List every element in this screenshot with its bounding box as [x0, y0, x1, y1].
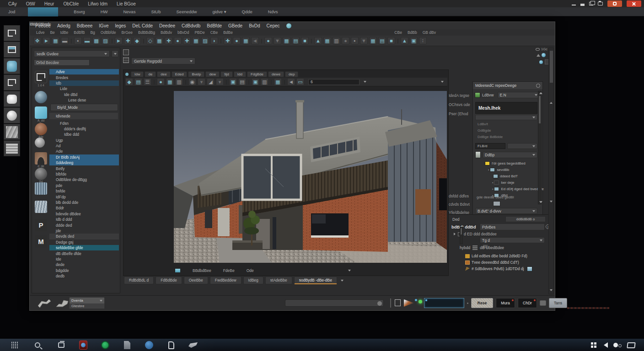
os-menu-item[interactable]: Lifwo Idm	[88, 1, 107, 6]
os-menu-item[interactable]: CAy	[8, 1, 17, 6]
material-thumb[interactable]	[35, 91, 47, 103]
matches-label[interactable]: FdeBe	[223, 268, 235, 273]
os-tab[interactable]: Nevas	[123, 9, 135, 14]
viewport-tool-icon[interactable]: |	[184, 78, 187, 85]
tree-row[interactable]: ddde ded	[49, 222, 119, 228]
os-tab[interactable]: StUb	[151, 9, 161, 14]
render-button[interactable]: ChDr	[518, 298, 537, 308]
material-thumb[interactable]: P	[35, 219, 47, 231]
app-menu-item[interactable]: IGve	[99, 23, 108, 28]
chevron-down-icon[interactable]	[341, 280, 343, 282]
toolbar-icon[interactable]: ✚	[183, 37, 191, 44]
viewport-tool-icon[interactable]: ☰	[144, 78, 151, 85]
taskbar-app[interactable]	[145, 340, 154, 350]
map-tree-item[interactable]: ▪ sevdBb	[484, 167, 544, 172]
tree-row[interactable]: pde	[49, 183, 119, 188]
tree-row[interactable]: jde	[49, 228, 119, 234]
frame-input[interactable]	[308, 79, 360, 85]
name-input[interactable]: PdvBes	[480, 223, 545, 230]
toolbar-icon[interactable]: ◆	[133, 37, 141, 44]
toolbar-icon[interactable]: ▼	[274, 37, 281, 44]
toolbar-icon[interactable]: ∶	[419, 37, 427, 44]
map-tree-item[interactable]: ▪ Ed dDfj dged ded bvedBfe	[484, 186, 544, 191]
page-icon[interactable]	[395, 299, 401, 306]
submenu-item[interactable]: tdBe	[60, 30, 69, 35]
file-item[interactable]: Tvee deeeedBd ddBd CdT)	[465, 259, 532, 266]
tree-row[interactable]: Ide dBd	[49, 92, 119, 97]
os-tab[interactable]: Bsvrg	[74, 9, 85, 14]
taskbar-app[interactable]	[188, 340, 198, 350]
toolbar-icon[interactable]: ✚	[165, 37, 172, 44]
hybrid-row[interactable]: hybdd dB UbedBdee	[460, 245, 504, 250]
toolbar-icon[interactable]: ●	[264, 37, 272, 44]
submenu-item[interactable]: BdBBdBg	[138, 30, 155, 35]
submenu-item[interactable]: BdBe	[223, 30, 233, 35]
material-name-well[interactable]: Mesh.Ihek	[475, 102, 537, 114]
render-image[interactable]	[174, 91, 447, 263]
maximize-icon[interactable]	[580, 4, 585, 6]
duplicate-window-icon[interactable]	[589, 2, 593, 5]
tree-row[interactable]: sefddeBbe gfde	[49, 245, 119, 250]
toolbar-icon[interactable]: ▤	[292, 37, 300, 44]
toolbar-icon[interactable]: ▨	[201, 37, 209, 44]
tree-row[interactable]: Idbe ddd	[49, 132, 119, 137]
map-tree-item[interactable]: ddeed BdT	[484, 173, 544, 179]
layer-dropdown[interactable]: E.N	[498, 92, 540, 98]
toolbar-icon[interactable]: ▩	[92, 37, 100, 44]
toolbar-icon[interactable]: ▥	[333, 37, 340, 44]
tree-row[interactable]: Lese dese	[49, 97, 119, 103]
tree-row[interactable]: Ide	[49, 256, 119, 262]
matches-label[interactable]: BBdbdBee	[193, 268, 211, 273]
toolbar-icon[interactable]: ▬	[61, 37, 69, 44]
tree-row[interactable]: Adve	[49, 69, 119, 74]
dim-option[interactable]: GdBgde	[478, 128, 503, 133]
white-material-thumb[interactable]	[4, 91, 20, 107]
mesh-object-icon[interactable]	[36, 298, 52, 308]
tree-row[interactable]: Ad	[49, 143, 119, 149]
file-item[interactable]: # SdBdeves PdvB) 1dDTDd dj	[465, 266, 532, 272]
submenu-item[interactable]: GB dBv	[423, 30, 436, 35]
taskbar-app[interactable]	[166, 340, 176, 350]
toolbar-icon[interactable]: ▦	[242, 37, 250, 44]
submenu-item[interactable]: CBe	[210, 30, 218, 35]
tree-row[interactable]: Ugp	[49, 138, 119, 143]
app-menu-item[interactable]: Deedee	[159, 23, 175, 28]
app-menu-item[interactable]: CdBdvdb	[182, 23, 200, 28]
toolbar-icon[interactable]: |	[111, 37, 113, 44]
viewport-tool-icon[interactable]: ▤	[238, 78, 246, 85]
submenu-item[interactable]: Bg	[90, 30, 95, 35]
tray-display[interactable]	[627, 340, 636, 350]
viewport-tab[interactable]: Idw	[131, 71, 144, 77]
chevron-down-icon[interactable]	[441, 81, 444, 83]
os-menu-item[interactable]: Heur	[44, 1, 54, 6]
viewport-tool-icon[interactable]: |	[225, 78, 228, 85]
mesh-object2-icon[interactable]	[54, 298, 70, 308]
start-button[interactable]	[10, 340, 19, 350]
tree-row[interactable]: dedb	[49, 273, 119, 278]
page-icon[interactable]	[123, 49, 129, 55]
material-thumb[interactable]: 4de	[35, 123, 47, 135]
map-thumb[interactable]	[475, 151, 481, 158]
tree-row[interactable]: Ade	[49, 149, 119, 154]
filter-tab[interactable]: FwdBeddew	[210, 277, 242, 284]
grid-icon[interactable]	[123, 57, 129, 63]
toolbar-icon[interactable]: ●	[342, 37, 349, 44]
camera-dropdown[interactable]: Gertde Regrpdd	[131, 58, 195, 64]
tree-row[interactable]: Fdsn	[49, 120, 119, 126]
viewport-tool-icon[interactable]: ▣	[252, 78, 259, 85]
filter-dropdown[interactable]: sedk Gvdee	[34, 50, 110, 57]
render-mode-control[interactable]	[537, 53, 546, 57]
viewport-tab[interactable]: dee	[157, 71, 170, 77]
app-menu-item[interactable]: BvDd	[249, 23, 260, 28]
chevron-down-icon[interactable]	[364, 81, 366, 83]
base-dropdown[interactable]: B.dvE' d-dvvv	[475, 208, 537, 214]
toolbar-icon[interactable]: ▦	[156, 37, 163, 44]
material-thumb[interactable]: Sd	[35, 168, 47, 180]
render-button[interactable]: Tans	[549, 298, 567, 308]
sec2-button[interactable]: ddBdBdB o	[505, 216, 546, 222]
toolbar-icon[interactable]: ◇	[146, 37, 154, 44]
blue-material-thumb[interactable]	[4, 58, 20, 74]
toolbar-icon[interactable]: ▦	[283, 37, 290, 44]
app-menu-item[interactable]: Bdbeee	[77, 23, 92, 28]
viewport-tab[interactable]: Eded	[172, 71, 188, 77]
